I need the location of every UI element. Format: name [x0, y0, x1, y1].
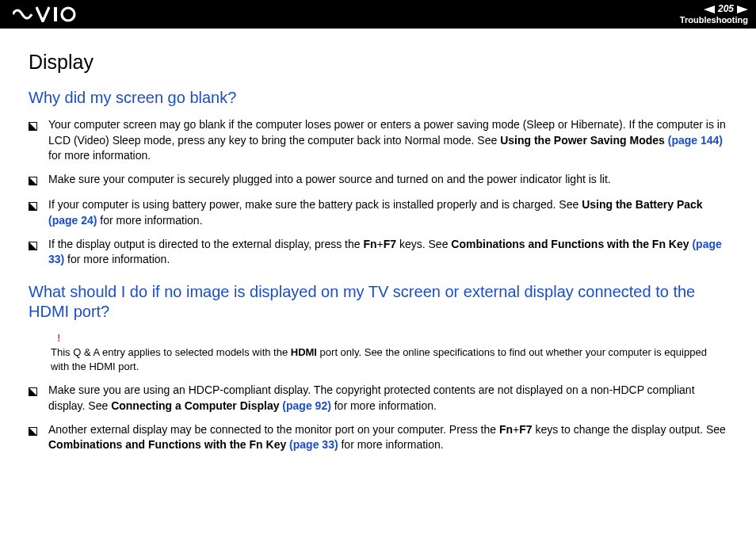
list-item: If your computer is using battery power,…: [29, 197, 727, 228]
list-item: Make sure you are using an HDCP-complian…: [29, 383, 727, 414]
question-heading: What should I do if no image is displaye…: [29, 282, 727, 322]
page-link[interactable]: (page 33): [286, 438, 338, 451]
answer-list: Your computer screen may go blank if the…: [29, 117, 727, 268]
section-label: Troubleshooting: [680, 15, 748, 25]
page-link[interactable]: (page 144): [665, 134, 723, 147]
bullet-icon: [29, 200, 37, 216]
next-page-arrow-icon[interactable]: [737, 6, 748, 13]
note-text: This Q & A entry applies to selected mod…: [51, 346, 707, 372]
list-item-text: If your computer is using battery power,…: [48, 197, 727, 228]
bullet-icon: [29, 120, 37, 135]
page-link[interactable]: (page 92): [279, 399, 330, 412]
list-item-text: Another external display may be connecte…: [48, 422, 727, 453]
page-header: 205 Troubleshooting: [0, 0, 756, 29]
svg-rect-15: [29, 427, 37, 435]
svg-rect-13: [29, 388, 37, 396]
svg-point-1: [62, 8, 74, 21]
svg-marker-3: [737, 6, 748, 13]
list-item-text: Your computer screen may go blank if the…: [48, 117, 727, 164]
header-right: 205 Troubleshooting: [680, 4, 748, 24]
bullet-icon: [29, 385, 37, 401]
list-item: Another external display may be connecte…: [29, 422, 727, 453]
list-item-text: Make sure your computer is securely plug…: [48, 172, 727, 188]
svg-rect-11: [29, 242, 37, 250]
list-item: Your computer screen may go blank if the…: [29, 117, 727, 164]
svg-rect-5: [29, 123, 37, 131]
svg-marker-2: [704, 6, 715, 13]
list-item: If the display output is directed to the…: [29, 237, 727, 268]
svg-rect-7: [29, 177, 37, 185]
warning-icon: !: [57, 331, 727, 345]
svg-rect-9: [29, 203, 37, 211]
answer-list: Make sure you are using an HDCP-complian…: [29, 383, 727, 452]
page-title: Display: [29, 51, 727, 74]
prev-page-arrow-icon[interactable]: [704, 6, 715, 13]
question-heading: Why did my screen go blank?: [29, 88, 727, 108]
list-item-text: If the display output is directed to the…: [48, 237, 727, 268]
page-content: Display Why did my screen go blank? Your…: [0, 29, 756, 477]
page-nav: 205: [680, 4, 748, 14]
list-item-text: Make sure you are using an HDCP-complian…: [48, 383, 727, 414]
page-link[interactable]: (page 24): [48, 214, 97, 227]
bullet-icon: [29, 174, 37, 190]
bullet-icon: [29, 425, 37, 441]
bullet-icon: [29, 239, 37, 255]
list-item: Make sure your computer is securely plug…: [29, 172, 727, 190]
page-number: 205: [718, 4, 734, 14]
svg-rect-0: [54, 7, 57, 21]
note-block: ! This Q & A entry applies to selected m…: [51, 331, 727, 374]
vaio-logo: [13, 6, 86, 22]
